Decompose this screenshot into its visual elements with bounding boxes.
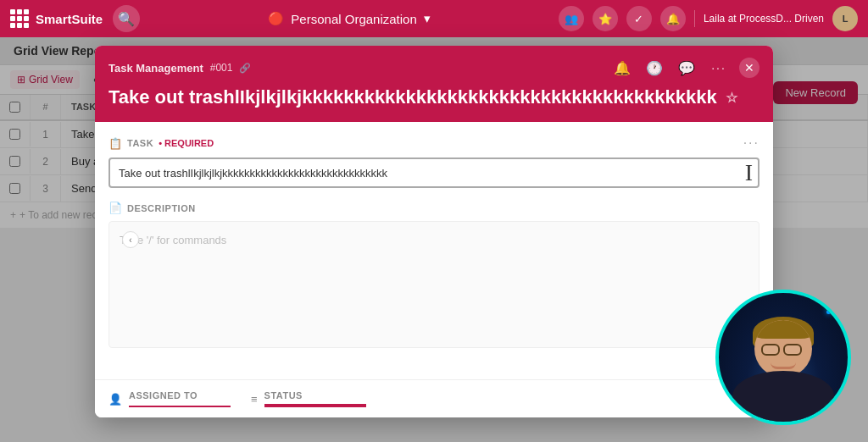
task-input-wrapper: I	[108, 157, 760, 188]
modal-header-top: Task Management #001 🔗 🔔 🕐 💬 ··· ✕	[108, 56, 760, 80]
task-field-section: 📋 TASK • REQUIRED ··· I	[108, 135, 760, 188]
assigned-to-field: 👤 ASSIGNED TO	[108, 390, 231, 407]
task-field-icon: 📋	[108, 137, 122, 150]
camera-feed	[715, 290, 851, 425]
search-icon: 🔍	[118, 11, 135, 27]
logo-text: SmartSuite	[36, 12, 103, 26]
text-cursor-icon: I	[745, 159, 753, 186]
modal-header-actions: 🔔 🕐 💬 ··· ✕	[610, 56, 760, 80]
description-area[interactable]: Type '/' for commands	[108, 221, 760, 348]
modal-header: Task Management #001 🔗 🔔 🕐 💬 ··· ✕ Take …	[95, 46, 773, 122]
modal-body: 📋 TASK • REQUIRED ··· I 📄 DESCRIPTION Ty…	[95, 122, 773, 417]
status-field-value[interactable]	[264, 404, 366, 407]
task-field-label: TASK	[127, 138, 153, 148]
bell-icon-btn[interactable]: 🔔	[660, 6, 686, 31]
status-field-icon: ≡	[251, 393, 258, 406]
assigned-to-icon: 👤	[108, 393, 122, 406]
app-title: Personal Organization	[291, 12, 416, 26]
status-field: ≡ STATUS	[251, 390, 366, 407]
task-required-label: • REQUIRED	[159, 138, 214, 148]
breadcrumb-label: Task Management	[108, 62, 203, 75]
description-field-label: DESCRIPTION	[127, 203, 196, 213]
more-options-btn[interactable]: ···	[707, 56, 731, 80]
check-icon-btn[interactable]: ✓	[626, 6, 652, 31]
task-field-label-row: 📋 TASK • REQUIRED ···	[108, 135, 760, 151]
dropdown-icon[interactable]: ▾	[424, 11, 431, 26]
description-label-row: 📄 DESCRIPTION	[108, 202, 760, 214]
nav-right-actions: 👥 ⭐ ✓ 🔔 Laila at ProcessD... Driven L	[559, 6, 858, 31]
camera-glow-ring	[715, 290, 851, 425]
task-field-more-btn[interactable]: ···	[743, 135, 760, 151]
top-nav: SmartSuite 🔍 🔴 Personal Organization ▾ 👥…	[0, 0, 868, 37]
modal-close-btn[interactable]: ✕	[739, 58, 760, 78]
assigned-to-value[interactable]	[129, 404, 231, 407]
modal-breadcrumb: Task Management #001 🔗	[108, 62, 251, 75]
collapse-panel-btn[interactable]: ‹	[122, 231, 139, 248]
history-clock-btn[interactable]: 🕐	[643, 56, 666, 80]
status-field-label: STATUS	[264, 390, 366, 401]
task-modal: Task Management #001 🔗 🔔 🕐 💬 ··· ✕ Take …	[95, 46, 773, 417]
description-field-section: 📄 DESCRIPTION Type '/' for commands	[108, 202, 760, 348]
assigned-to-label: ASSIGNED TO	[129, 390, 231, 401]
star-icon-btn[interactable]: ⭐	[593, 6, 618, 31]
favorite-star-btn[interactable]: ☆	[726, 90, 737, 106]
record-id: #001	[210, 62, 233, 74]
task-input-field[interactable]	[110, 160, 745, 186]
app-logo[interactable]: SmartSuite	[10, 9, 103, 28]
users-icon-btn[interactable]: 👥	[559, 6, 584, 31]
comments-btn[interactable]: 💬	[675, 56, 698, 80]
modal-title-text: Take out trashlIkjlkjlkjkkkkkkkkkkkkkkkk…	[108, 86, 717, 108]
app-icon: 🔴	[268, 11, 284, 26]
description-field-icon: 📄	[108, 202, 122, 214]
grid-icon	[10, 9, 29, 28]
notification-bell-btn[interactable]: 🔔	[610, 56, 634, 80]
link-icon[interactable]: 🔗	[239, 63, 251, 74]
modal-footer-fields: 👤 ASSIGNED TO ≡ STATUS	[95, 379, 773, 417]
user-label: Laila at ProcessD... Driven	[704, 13, 824, 25]
app-title-area: 🔴 Personal Organization ▾	[150, 11, 548, 26]
modal-title: Take out trashlIkjlkjlkjkkkkkkkkkkkkkkkk…	[108, 86, 760, 108]
search-button[interactable]: 🔍	[113, 5, 140, 32]
user-avatar[interactable]: L	[832, 6, 858, 31]
